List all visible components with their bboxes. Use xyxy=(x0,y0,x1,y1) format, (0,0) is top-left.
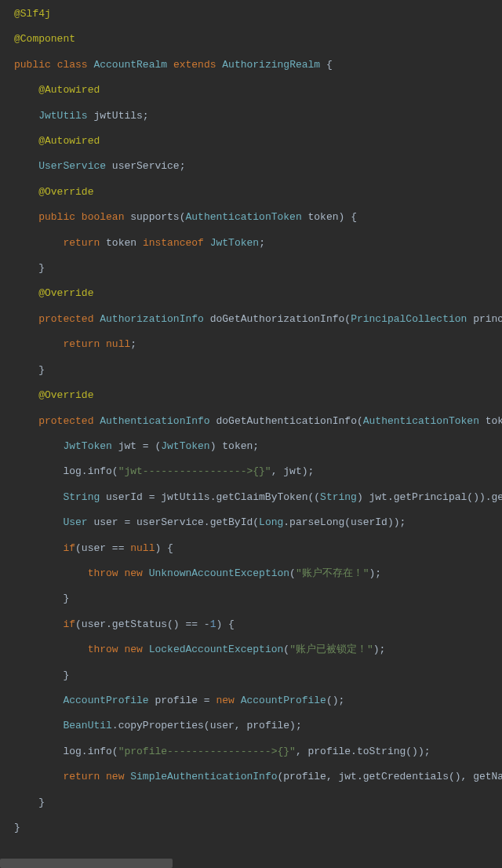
type: LockedAccountException xyxy=(149,644,284,655)
keyword: new xyxy=(124,567,142,579)
annotation: @Component xyxy=(14,33,75,45)
type: UnknownAccountException xyxy=(149,567,289,579)
keyword: class xyxy=(57,59,88,71)
string: "profile----------------->{}" xyxy=(118,746,296,757)
code: .copyProperties(user, profile); xyxy=(112,720,302,731)
type: AuthorizationInfo xyxy=(100,313,204,325)
brace: } xyxy=(14,822,20,833)
brace: { xyxy=(326,59,333,71)
keyword: protected xyxy=(38,313,93,325)
string: "账户不存在！" xyxy=(296,567,369,579)
keyword: new xyxy=(124,644,142,655)
param: token) t xyxy=(479,415,502,427)
string: "账户已被锁定！" xyxy=(289,644,373,655)
annotation: @Autowired xyxy=(38,84,100,96)
code: ) jwt.getPrincipal()).getSubj xyxy=(357,491,502,503)
method: doGetAuthenticationInfo( xyxy=(216,415,363,427)
code: userId = jwtUtils.getClaimByToken(( xyxy=(100,491,320,503)
code: ); xyxy=(369,567,382,579)
keyword: return xyxy=(63,338,100,350)
keyword: extends xyxy=(173,59,216,71)
identifier: jwtUtils; xyxy=(93,110,148,122)
param: token) { xyxy=(302,211,357,223)
code-editor-pane: @Slf4j @Component public class AccountRe… xyxy=(0,0,502,868)
type: AccountProfile xyxy=(241,695,326,706)
brace: } xyxy=(63,593,69,604)
method: doGetAuthorizationInfo( xyxy=(210,313,351,325)
type: SimpleAuthenticationInfo xyxy=(130,771,277,782)
keyword: new xyxy=(216,695,234,706)
type: AccountProfile xyxy=(63,695,148,706)
annotation: @Autowired xyxy=(38,135,100,147)
string: "jwt----------------->{}" xyxy=(118,465,271,477)
type: Long xyxy=(259,516,283,528)
type: User xyxy=(63,516,87,528)
code: user = userService.getById( xyxy=(88,516,259,528)
keyword: null xyxy=(106,338,130,350)
punct: ; xyxy=(259,237,265,249)
keyword: return xyxy=(63,237,100,249)
keyword: throw xyxy=(88,567,118,579)
annotation: @Override xyxy=(38,186,93,198)
keyword: if xyxy=(63,618,75,630)
code: profile = xyxy=(149,695,216,706)
brace: } xyxy=(38,797,45,808)
type: AuthorizingRealm xyxy=(222,59,320,71)
code: log.info( xyxy=(63,465,118,477)
keyword: public xyxy=(14,59,51,71)
identifier: userService; xyxy=(112,160,186,172)
type: PrincipalCollection xyxy=(351,313,467,325)
keyword: if xyxy=(63,542,75,554)
code: , jwt); xyxy=(271,465,315,477)
type: UserService xyxy=(38,160,106,172)
type: AuthenticationToken xyxy=(185,211,301,223)
type: JwtToken xyxy=(63,440,111,452)
keyword: boolean xyxy=(82,211,125,223)
type: String xyxy=(63,491,100,503)
keyword: null xyxy=(130,542,155,554)
code: jwt = ( xyxy=(112,440,161,452)
punct: ; xyxy=(130,338,136,350)
code: ) { xyxy=(155,542,173,554)
keyword: return xyxy=(63,771,100,782)
code: ) { xyxy=(216,618,234,630)
type: AuthenticationInfo xyxy=(100,415,209,427)
type: JwtToken xyxy=(161,440,209,452)
param: principals xyxy=(467,313,502,325)
code: log.info( xyxy=(63,746,118,757)
code-block: @Slf4j @Component public class AccountRe… xyxy=(0,0,502,848)
code: (user.getStatus() == - xyxy=(75,618,210,630)
keyword: public xyxy=(38,211,75,223)
code: ); xyxy=(373,644,386,655)
horizontal-scrollbar[interactable] xyxy=(0,859,173,868)
brace: } xyxy=(38,262,45,274)
type: AccountRealm xyxy=(93,59,167,71)
code: (user == xyxy=(75,542,130,554)
keyword: new xyxy=(106,771,124,782)
code: (profile, jwt.getCredentials(), getName(… xyxy=(278,771,503,782)
code: ) token; xyxy=(210,440,259,452)
annotation: @Slf4j xyxy=(14,8,51,20)
code: .parseLong(userId)); xyxy=(283,516,406,528)
brace: } xyxy=(63,669,69,681)
annotation: @Override xyxy=(38,389,93,401)
type: BeanUtil xyxy=(63,720,111,731)
keyword: protected xyxy=(38,415,93,427)
keyword: throw xyxy=(88,644,118,655)
type: String xyxy=(320,491,357,503)
type: JwtUtils xyxy=(38,110,87,122)
identifier: token xyxy=(106,237,136,249)
keyword: instanceof xyxy=(143,237,204,249)
brace: } xyxy=(38,364,45,376)
code: (); xyxy=(326,695,344,706)
annotation: @Override xyxy=(38,287,93,299)
code: , profile.toString()); xyxy=(296,746,431,757)
type: JwtToken xyxy=(210,237,259,249)
method: supports( xyxy=(130,211,185,223)
type: AuthenticationToken xyxy=(363,415,479,427)
